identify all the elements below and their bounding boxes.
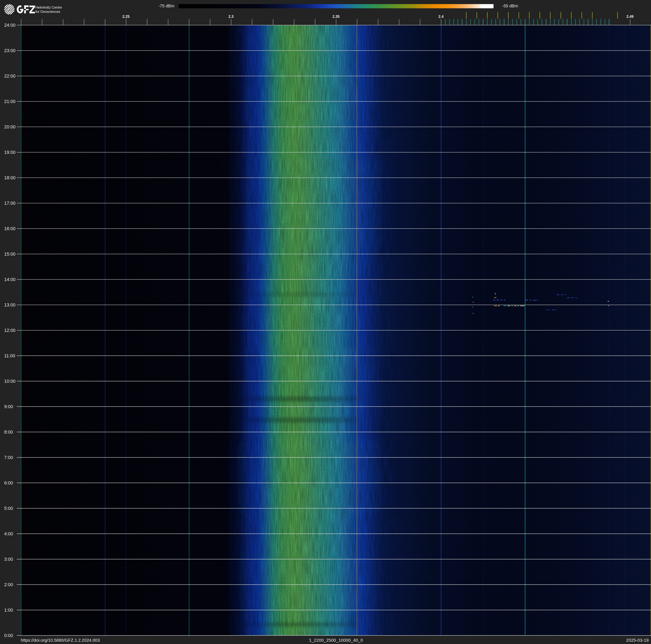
svg-text:2.4: 2.4 xyxy=(438,14,444,19)
svg-text:15:00: 15:00 xyxy=(4,252,16,257)
svg-text:11:00: 11:00 xyxy=(4,353,15,358)
svg-text:2.49: 2.49 xyxy=(626,14,633,19)
svg-text:12:00: 12:00 xyxy=(4,328,16,333)
svg-text:16:00: 16:00 xyxy=(4,226,16,231)
svg-text:2.35: 2.35 xyxy=(333,14,340,19)
svg-text:for Geosciences: for Geosciences xyxy=(35,10,60,14)
svg-text:24:00: 24:00 xyxy=(4,23,16,28)
svg-text:2.3: 2.3 xyxy=(228,14,234,19)
svg-text:5:00: 5:00 xyxy=(4,506,13,511)
svg-text:6:00: 6:00 xyxy=(4,480,13,486)
svg-text:9:00: 9:00 xyxy=(4,404,13,409)
svg-text:Helmholtz Centre: Helmholtz Centre xyxy=(35,5,62,9)
svg-text:8:00: 8:00 xyxy=(4,430,13,435)
svg-text:0:00: 0:00 xyxy=(4,633,13,638)
svg-text:13:00: 13:00 xyxy=(4,302,16,308)
svg-text:19:00: 19:00 xyxy=(4,150,16,155)
svg-text:-75 dBm: -75 dBm xyxy=(158,4,174,8)
svg-text:2025-03-19: 2025-03-19 xyxy=(626,638,649,643)
svg-text:2.25: 2.25 xyxy=(122,14,130,19)
svg-text:18:00: 18:00 xyxy=(4,175,16,180)
svg-text:22:00: 22:00 xyxy=(4,74,16,79)
svg-text:1:00: 1:00 xyxy=(4,608,13,613)
svg-text:3:00: 3:00 xyxy=(4,557,13,562)
svg-text:https://doi.org/10.5880/GFZ.1.: https://doi.org/10.5880/GFZ.1.2.2024.003 xyxy=(21,638,100,643)
svg-text:1_2200_2500_10000_40_0: 1_2200_2500_10000_40_0 xyxy=(309,638,363,643)
svg-text:2:00: 2:00 xyxy=(4,582,13,587)
svg-text:-55 dBm: -55 dBm xyxy=(502,4,518,8)
svg-text:23:00: 23:00 xyxy=(4,48,16,53)
svg-text:4:00: 4:00 xyxy=(4,531,13,536)
svg-text:21:00: 21:00 xyxy=(4,99,16,104)
svg-text:14:00: 14:00 xyxy=(4,277,16,282)
svg-text:17:00: 17:00 xyxy=(4,201,16,206)
svg-text:10:00: 10:00 xyxy=(4,379,16,384)
svg-text:7:00: 7:00 xyxy=(4,455,13,460)
svg-text:20:00: 20:00 xyxy=(4,124,16,129)
